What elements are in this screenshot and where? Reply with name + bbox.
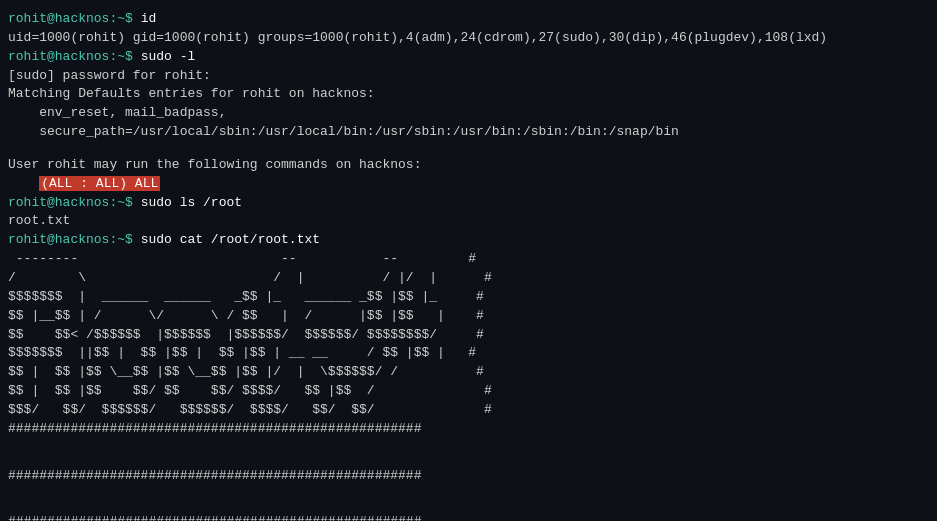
ascii-1: -------- -- -- # [8, 250, 929, 269]
line-12: root.txt [8, 212, 929, 231]
terminal-window: rohit@hacknos:~$ id uid=1000(rohit) gid=… [0, 0, 937, 521]
ascii-8: $$ | $$ |$$ $$/ $$ $$/ $$$$/ $$ |$$ / # [8, 382, 929, 401]
line-3: rohit@hacknos:~$ sudo -l [8, 48, 929, 67]
blog-line: ########################################… [8, 513, 929, 521]
line-2: uid=1000(rohit) gid=1000(rohit) groups=1… [8, 29, 929, 48]
ascii-6: $$$$$$$ ||$$ | $$ |$$ | $$ |$$ | __ __ /… [8, 344, 929, 363]
line-9: User rohit may run the following command… [8, 156, 929, 175]
prompt-13: rohit@hacknos:~$ [8, 232, 141, 247]
blank-8 [8, 142, 929, 156]
ascii-2: / \ / | / |/ | # [8, 269, 929, 288]
line-6: env_reset, mail_badpass, [8, 104, 929, 123]
blank-blog [8, 499, 929, 513]
blank-after-art2 [8, 453, 929, 467]
blank-md5 [8, 485, 929, 499]
ascii-9: $$$/ $$/ $$$$$$/ $$$$$$/ $$$$/ $$/ $$/ # [8, 401, 929, 420]
blank-after-art [8, 439, 929, 453]
line-10: (ALL : ALL) ALL [8, 175, 929, 194]
highlight-all: (ALL : ALL) ALL [39, 176, 160, 191]
cmd-1: id [141, 11, 157, 26]
ascii-5: $$ $$< /$$$$$$ |$$$$$$ |$$$$$$/ $$$$$$/ … [8, 326, 929, 345]
prompt-1: rohit@hacknos:~$ [8, 11, 141, 26]
prompt-11: rohit@hacknos:~$ [8, 195, 141, 210]
ascii-3: $$$$$$$ | ______ ______ _$$ |_ ______ _$… [8, 288, 929, 307]
line-5: Matching Defaults entries for rohit on h… [8, 85, 929, 104]
hash-line-2: ########################################… [8, 467, 929, 486]
line-11: rohit@hacknos:~$ sudo ls /root [8, 194, 929, 213]
prompt-3: rohit@hacknos:~$ [8, 49, 141, 64]
ascii-7: $$ | $$ |$$ \__$$ |$$ \__$$ |$$ |/ | \$$… [8, 363, 929, 382]
line-4: [sudo] password for rohit: [8, 67, 929, 86]
cmd-11: sudo ls /root [141, 195, 242, 210]
line-13: rohit@hacknos:~$ sudo cat /root/root.txt [8, 231, 929, 250]
line-1: rohit@hacknos:~$ id [8, 10, 929, 29]
line-7: secure_path=/usr/local/sbin:/usr/local/b… [8, 123, 929, 142]
cmd-13: sudo cat /root/root.txt [141, 232, 320, 247]
ascii-4: $$ |__$$ | / \/ \ / $$ | / |$$ |$$ | # [8, 307, 929, 326]
ascii-hash-1: ########################################… [8, 420, 929, 439]
cmd-3: sudo -l [141, 49, 196, 64]
